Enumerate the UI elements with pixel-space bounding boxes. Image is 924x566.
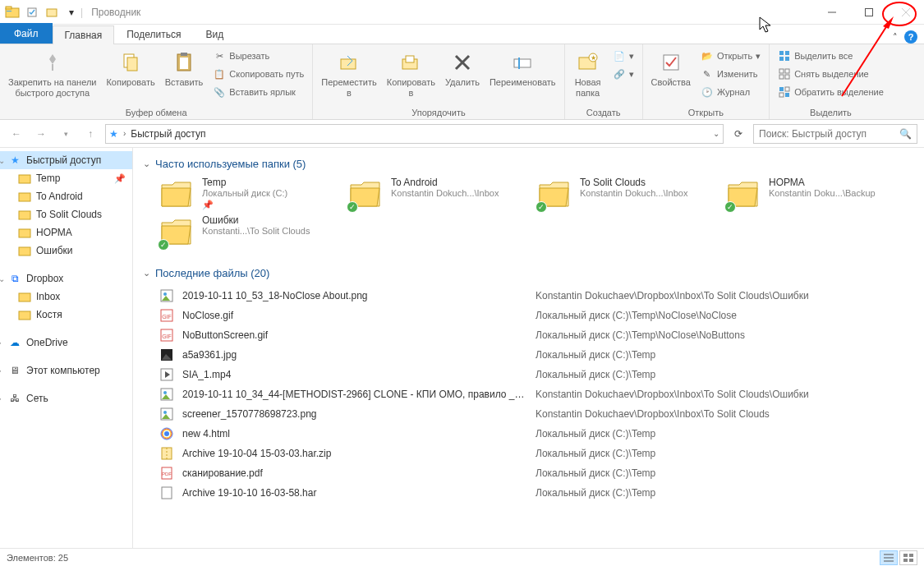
- selectnone-button[interactable]: Снять выделение: [775, 66, 887, 82]
- folder-path: Konstantin Doku...\Backup: [769, 188, 876, 198]
- pin-quickaccess-button[interactable]: Закрепить на панели быстрого доступа: [5, 48, 99, 100]
- section-recent-files[interactable]: ⌄ Последние файлы (20): [143, 264, 914, 286]
- breadcrumb-root[interactable]: Быстрый доступ: [131, 128, 205, 140]
- tree-item[interactable]: НОРМА: [0, 223, 132, 242]
- folder-path: Локальный диск (C:): [202, 188, 287, 198]
- file-row[interactable]: Archive 19-10-10 16-03-58.har Локальный …: [159, 483, 914, 503]
- status-text: Элементов: 25: [7, 553, 68, 563]
- copy-button[interactable]: Копировать: [103, 48, 158, 90]
- tree-item[interactable]: To Solit Clouds: [0, 205, 132, 223]
- folder-item[interactable]: Temp Локальный диск (C:) 📌: [159, 177, 332, 211]
- chevron-down-icon: ⌄: [143, 159, 150, 169]
- paste-shortcut-button[interactable]: 📎Вставить ярлык: [209, 84, 307, 100]
- file-row[interactable]: PDF сканирование.pdf Локальный диск (C:)…: [159, 463, 914, 483]
- cut-button[interactable]: ✂Вырезать: [209, 48, 307, 64]
- rename-button[interactable]: Переименовать: [486, 48, 559, 90]
- folder-item[interactable]: ✓ НОРМА Konstantin Doku...\Backup: [726, 177, 899, 211]
- folder-icon: [18, 208, 31, 221]
- tree-onedrive[interactable]: ›☁OneDrive: [0, 334, 132, 352]
- file-path: Konstantin Dokuchaev\Dropbox\Inbox\To So…: [536, 389, 914, 400]
- up-button[interactable]: ↑: [80, 124, 100, 144]
- tree-item[interactable]: To Android: [0, 187, 132, 205]
- tree-item[interactable]: Костя: [0, 306, 132, 324]
- folder-icon: ✓: [726, 177, 761, 211]
- newfolder-button[interactable]: ★ Новая папка: [570, 48, 606, 100]
- file-row[interactable]: new 4.html Локальный диск (C:)\Temp: [159, 424, 914, 444]
- close-button[interactable]: [887, 0, 924, 24]
- tree-item[interactable]: Ошибки: [0, 242, 132, 260]
- maximize-button[interactable]: [850, 0, 887, 24]
- svg-rect-2: [7, 11, 11, 12]
- qat-newfolder-icon[interactable]: [43, 3, 61, 21]
- easyaccess-button[interactable]: 🔗▾: [609, 66, 637, 82]
- newitem-button[interactable]: 📄▾: [609, 48, 637, 64]
- addr-dropdown-icon[interactable]: ⌄: [713, 129, 719, 138]
- folder-item[interactable]: ✓ Ошибки Konstanti...\To Solit Clouds: [159, 214, 332, 249]
- tab-file[interactable]: Файл: [0, 23, 53, 44]
- tree-item[interactable]: Temp📌: [0, 169, 132, 187]
- view-details-button[interactable]: [880, 550, 898, 565]
- invert-button[interactable]: Обратить выделение: [775, 84, 887, 100]
- svg-rect-37: [785, 93, 789, 97]
- recent-dropdown[interactable]: ▾: [56, 124, 76, 144]
- ribbon-tabs: Файл Главная Поделиться Вид ˄ ?: [0, 25, 924, 44]
- svg-rect-34: [779, 87, 784, 91]
- help-icon[interactable]: ?: [904, 30, 917, 44]
- sync-badge-icon: ✓: [724, 201, 736, 213]
- view-large-button[interactable]: [899, 550, 917, 565]
- file-row[interactable]: Archive 19-10-04 15-03-03.har.zip Локаль…: [159, 444, 914, 463]
- svg-text:PDF: PDF: [162, 472, 172, 476]
- forward-button[interactable]: →: [31, 124, 51, 144]
- search-icon[interactable]: 🔍: [899, 128, 912, 140]
- properties-button[interactable]: Свойства: [648, 48, 694, 90]
- moveto-button[interactable]: Переместить в: [318, 48, 379, 100]
- tree-quickaccess[interactable]: ⌄★Быстрый доступ: [0, 151, 132, 169]
- tree-dropbox[interactable]: ⌄⧉Dropbox: [0, 269, 132, 288]
- tree-thispc[interactable]: ›🖥Этот компьютер: [0, 361, 132, 380]
- easyaccess-icon: 🔗: [613, 67, 626, 81]
- copypath-button[interactable]: 📋Скопировать путь: [209, 66, 307, 82]
- folder-item[interactable]: ✓ To Solit Clouds Konstantin Dokuch...\I…: [537, 177, 710, 211]
- section-frequent-folders[interactable]: ⌄ Часто используемые папки (5): [143, 154, 914, 177]
- open-group-label: Открыть: [648, 106, 765, 117]
- file-name: new 4.html: [182, 428, 527, 439]
- edit-button[interactable]: ✎Изменить: [697, 66, 764, 82]
- pin-icon: 📌: [202, 200, 287, 210]
- tab-home[interactable]: Главная: [53, 25, 115, 44]
- file-row[interactable]: GIF NoClose.gif Локальный диск (C:)\Temp…: [159, 306, 914, 325]
- tree-network[interactable]: ›🖧Сеть: [0, 389, 132, 407]
- back-button[interactable]: ←: [7, 124, 26, 144]
- delete-button[interactable]: Удалить: [442, 48, 483, 90]
- minimize-button[interactable]: [813, 0, 850, 24]
- paste-button[interactable]: Вставить: [162, 48, 207, 90]
- file-row[interactable]: 2019-10-11 10_34_44-[METHODIST-2966] CLO…: [159, 384, 914, 404]
- file-row[interactable]: SIA_1.mp4 Локальный диск (C:)\Temp: [159, 365, 914, 384]
- qat-properties-icon[interactable]: [23, 3, 41, 21]
- history-button[interactable]: 🕑Журнал: [697, 84, 764, 100]
- open-button[interactable]: 📂Открыть▾: [697, 48, 764, 64]
- breadcrumb-box[interactable]: ★ › Быстрый доступ ⌄: [105, 124, 724, 144]
- folder-item[interactable]: ✓ To Android Konstantin Dokuch...\Inbox: [348, 177, 521, 211]
- copyto-button[interactable]: Копировать в: [384, 48, 439, 100]
- svg-rect-36: [779, 93, 784, 97]
- file-row[interactable]: screener_1570778698723.png Konstantin Do…: [159, 404, 914, 424]
- svg-rect-20: [514, 59, 531, 67]
- refresh-button[interactable]: ⟳: [729, 124, 748, 144]
- file-name: 2019-10-11 10_34_44-[METHODIST-2966] CLO…: [182, 389, 527, 400]
- file-row[interactable]: a5a9361.jpg Локальный диск (C:)\Temp: [159, 345, 914, 365]
- ribbon: Закрепить на панели быстрого доступа Коп…: [0, 44, 924, 120]
- ribbon-collapse-icon[interactable]: ˄: [893, 32, 898, 43]
- rename-icon: [509, 49, 536, 76]
- file-icon: PDF: [159, 466, 174, 481]
- file-name: Archive 19-10-04 15-03-03.har.zip: [182, 448, 527, 459]
- search-box[interactable]: 🔍: [753, 124, 917, 144]
- tree-item[interactable]: Inbox: [0, 288, 132, 306]
- file-row[interactable]: 2019-10-11 10_53_18-NoClose About.png Ko…: [159, 286, 914, 306]
- qat-dropdown-icon[interactable]: ▾: [62, 3, 80, 21]
- search-input[interactable]: [759, 128, 899, 140]
- file-row[interactable]: GIF NoButtonScreen.gif Локальный диск (C…: [159, 325, 914, 345]
- tab-share[interactable]: Поделиться: [114, 25, 193, 44]
- tab-view[interactable]: Вид: [193, 25, 236, 44]
- selectall-button[interactable]: Выделить все: [775, 48, 887, 64]
- svg-rect-15: [341, 59, 356, 69]
